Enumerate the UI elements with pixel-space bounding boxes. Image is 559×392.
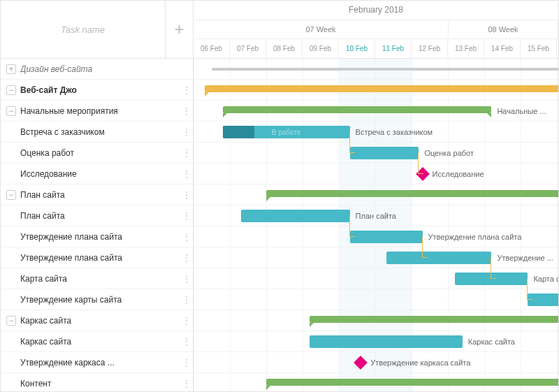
kebab-icon[interactable]: ⋮ — [182, 315, 193, 326]
task-label: Утверждение плана сайта — [20, 232, 182, 242]
bar-status-text: В работе — [272, 129, 301, 136]
bar-label: Утверждение плана сайта — [428, 233, 522, 241]
bars-layer: Начальные ...В работеВстреча с заказчико… — [194, 59, 558, 391]
kebab-icon[interactable]: ⋮ — [182, 357, 193, 368]
task-row[interactable]: −Начальные мероприятия⋮ — [1, 101, 193, 122]
task-label: Исследование — [20, 169, 182, 179]
dependency-link — [422, 237, 428, 258]
bar-label: Исследование — [433, 170, 484, 178]
task-row[interactable]: −Каркас сайта⋮ — [1, 310, 193, 331]
kebab-icon[interactable]: ⋮ — [182, 126, 193, 138]
task-row[interactable]: −План сайта⋮ — [1, 184, 193, 205]
progress-bar — [223, 126, 255, 138]
month-label: February 2018 — [194, 1, 558, 20]
task-row[interactable]: Утверждение плана сайта⋮ — [1, 247, 193, 268]
task-label: Контент — [20, 379, 182, 389]
dependency-link — [491, 258, 496, 279]
bar-label: Начальные ... — [497, 107, 546, 115]
day-label: 13 Feb — [448, 39, 484, 58]
task-row[interactable]: Встреча с заказчиком⋮ — [1, 122, 193, 143]
day-label: 06 Feb — [194, 39, 230, 58]
add-task-button[interactable]: + — [165, 1, 193, 58]
summary-bar[interactable] — [266, 190, 558, 197]
task-row[interactable]: Утверждение плана сайта⋮ — [1, 226, 193, 247]
task-label: Встреча с заказчиком — [20, 127, 182, 137]
dependency-link — [349, 216, 355, 237]
bar-label: Карта сайта — [533, 275, 558, 283]
task-row[interactable]: Контент⋮ — [1, 373, 193, 392]
kebab-icon[interactable]: ⋮ — [182, 189, 193, 201]
gantt-app: + +Дизайн веб-сайта−Веб-сайт Джо⋮−Началь… — [0, 0, 559, 392]
bar-label: Оценка работ — [424, 149, 474, 157]
dependency-link — [527, 279, 532, 300]
bar-label: Каркас сайта — [468, 337, 515, 346]
bar-label: План сайта — [356, 212, 396, 220]
day-label: 14 Feb — [484, 39, 521, 58]
milestone[interactable] — [354, 356, 368, 370]
summary-bar[interactable] — [223, 106, 492, 113]
timeline-panel[interactable]: February 2018 07 Week08 Week 06 Feb07 Fe… — [194, 1, 558, 391]
task-bar[interactable] — [241, 210, 350, 222]
task-label: Утверждение карты сайта — [20, 295, 182, 305]
task-rows: +Дизайн веб-сайта−Веб-сайт Джо⋮−Начальны… — [1, 59, 193, 391]
task-row[interactable]: Карта сайта⋮ — [1, 268, 193, 289]
toggle-button[interactable]: − — [6, 316, 16, 326]
kebab-icon[interactable]: ⋮ — [182, 231, 193, 242]
task-label: Оценка работ — [20, 148, 182, 158]
project-bar[interactable] — [205, 85, 558, 92]
day-label: 10 Feb — [339, 39, 375, 58]
task-row[interactable]: Утверждение карты сайта⋮ — [1, 289, 193, 310]
kebab-icon[interactable]: ⋮ — [182, 378, 193, 389]
thin-bar[interactable] — [212, 68, 558, 71]
day-label: 15 Feb — [521, 39, 557, 58]
day-label: 09 Feb — [303, 39, 339, 58]
toggle-button[interactable]: − — [6, 85, 16, 95]
task-label: Каркас сайта — [20, 316, 182, 326]
summary-bar[interactable] — [266, 379, 558, 386]
day-label: 11 Feb — [375, 39, 412, 58]
task-row[interactable]: План сайта⋮ — [1, 205, 193, 226]
task-row[interactable]: Исследование⋮ — [1, 164, 193, 184]
kebab-icon[interactable]: ⋮ — [182, 294, 193, 305]
summary-bar[interactable] — [310, 316, 558, 323]
toggle-button[interactable]: − — [6, 106, 16, 116]
day-label: 08 Feb — [266, 39, 303, 58]
week-row: 07 Week08 Week — [194, 20, 558, 40]
task-label: План сайта — [20, 190, 182, 200]
dependency-link — [418, 153, 423, 174]
task-label: Утверждение каркаса ... — [20, 358, 182, 368]
task-label: Каркас сайта — [20, 337, 182, 347]
task-list-header: + — [1, 1, 193, 59]
day-row: 06 Feb07 Feb08 Feb09 Feb10 Feb11 Feb12 F… — [194, 39, 558, 58]
timeline-body: Начальные ...В работеВстреча с заказчико… — [194, 59, 558, 391]
task-label: Дизайн веб-сайта — [20, 64, 193, 74]
kebab-icon[interactable]: ⋮ — [182, 147, 193, 159]
task-row[interactable]: +Дизайн веб-сайта — [1, 59, 193, 80]
kebab-icon[interactable]: ⋮ — [182, 336, 193, 347]
task-row[interactable]: Каркас сайта⋮ — [1, 331, 193, 352]
task-row[interactable]: Оценка работ⋮ — [1, 143, 193, 164]
task-bar[interactable] — [350, 147, 419, 159]
kebab-icon[interactable]: ⋮ — [182, 210, 193, 222]
kebab-icon[interactable]: ⋮ — [182, 168, 193, 180]
kebab-icon[interactable]: ⋮ — [182, 252, 193, 263]
task-bar[interactable] — [386, 252, 492, 264]
task-label: Утверждение плана сайта — [20, 253, 182, 263]
kebab-icon[interactable]: ⋮ — [182, 106, 193, 117]
toggle-button[interactable]: − — [6, 190, 16, 200]
kebab-icon[interactable]: ⋮ — [182, 273, 193, 284]
task-label: Карта сайта — [20, 274, 182, 284]
task-label: План сайта — [20, 211, 182, 221]
task-name-input[interactable] — [1, 1, 165, 58]
kebab-icon[interactable]: ⋮ — [182, 85, 193, 96]
bar-label: Утверждение ... — [497, 254, 553, 262]
bar-label: Встреча с заказчиком — [356, 128, 433, 136]
task-row[interactable]: Утверждение каркаса ...⋮ — [1, 352, 193, 373]
task-label: Начальные мероприятия — [20, 106, 182, 116]
toggle-button[interactable]: + — [6, 64, 16, 74]
task-bar[interactable] — [310, 335, 462, 348]
timeline-header: February 2018 07 Week08 Week 06 Feb07 Fe… — [194, 1, 558, 59]
week-label: 07 Week — [194, 20, 449, 39]
task-bar[interactable] — [350, 231, 423, 243]
task-row[interactable]: −Веб-сайт Джо⋮ — [1, 80, 193, 101]
